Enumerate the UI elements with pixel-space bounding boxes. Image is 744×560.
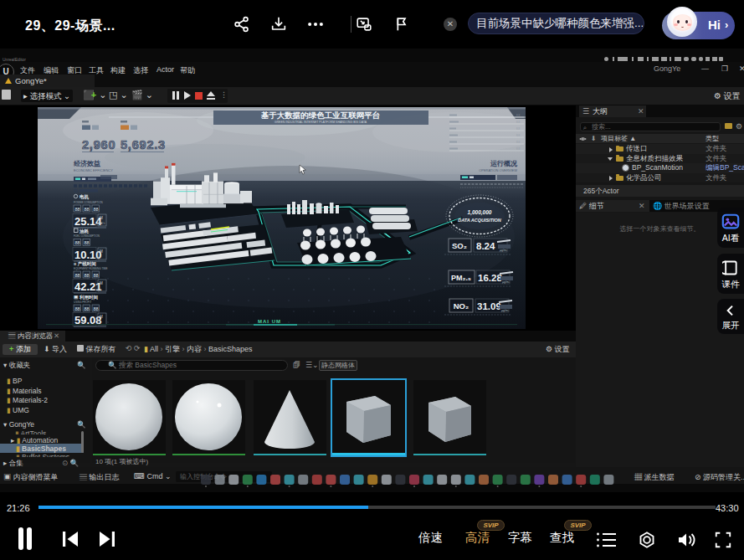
svg-text:MAI UM: MAI UM [258, 319, 281, 324]
svg-text:EQUIPMENT RUNNING TIME: EQUIPMENT RUNNING TIME [74, 267, 108, 270]
svg-text:GREEN INDUSTRIAL INTERNET PLAT: GREEN INDUSTRIAL INTERNET PLATFORM SHAND… [275, 121, 367, 124]
svg-text:ECONOMIC EFFICIENCY: ECONOMIC EFFICIENCY [74, 168, 113, 172]
svg-text:DATA ACQUISITION: DATA ACQUISITION [458, 218, 502, 223]
svg-text:经济效益: 经济效益 [73, 159, 100, 167]
svg-text:OPERATION OVERVIEW: OPERATION OVERVIEW [479, 168, 517, 172]
svg-text:5,692.3: 5,692.3 [121, 138, 166, 152]
svg-text:88: 88 [75, 207, 80, 212]
svg-text:88: 88 [75, 240, 80, 245]
svg-text:31.09: 31.09 [477, 301, 501, 311]
svg-text:10.10: 10.10 [74, 249, 102, 261]
svg-text:8.8: 8.8 [516, 147, 521, 151]
svg-text:USING PROFIT: USING PROFIT [74, 301, 92, 304]
svg-text:基于大数据的绿色工业互联网平台: 基于大数据的绿色工业互联网平台 [261, 110, 381, 120]
svg-text:16.28: 16.28 [478, 273, 502, 283]
svg-text:8.8: 8.8 [516, 127, 521, 131]
svg-text:88: 88 [94, 207, 99, 212]
svg-text:POWER CONSUMPTION: POWER CONSUMPTION [74, 201, 103, 204]
svg-text:M: M [100, 249, 103, 254]
svg-text:M: M [100, 315, 103, 319]
svg-text:88: 88 [85, 207, 90, 212]
svg-text:%: % [100, 321, 102, 324]
svg-text:NO₂: NO₂ [454, 301, 469, 311]
svg-text:8.8: 8.8 [516, 134, 521, 137]
svg-text:88: 88 [75, 273, 80, 278]
svg-text:电机: 电机 [80, 194, 90, 200]
svg-text:运行概况: 运行概况 [490, 160, 518, 167]
svg-text:SO₂: SO₂ [452, 241, 467, 250]
svg-text:8.24: 8.24 [476, 241, 495, 251]
svg-text:88: 88 [75, 306, 80, 311]
svg-text:PM₂.₅: PM₂.₅ [451, 274, 471, 282]
svg-text:42.21: 42.21 [74, 280, 102, 293]
svg-text:88: 88 [85, 240, 90, 245]
svg-text:M: M [100, 281, 103, 285]
svg-text:88: 88 [94, 273, 99, 278]
svg-text:油耗: 油耗 [79, 229, 90, 234]
svg-text:8.8: 8.8 [516, 121, 521, 124]
svg-text:µg/m³: µg/m³ [501, 309, 510, 312]
svg-text:µg/m³: µg/m³ [500, 249, 508, 252]
svg-text:FUEL CONSUMPTION: FUEL CONSUMPTION [74, 234, 100, 238]
svg-text:≡ 产线时间: ≡ 产线时间 [74, 261, 96, 267]
svg-text:kW·h: kW·h [100, 222, 105, 225]
svg-text:8.8: 8.8 [516, 141, 521, 144]
svg-text:2,960: 2,960 [82, 138, 115, 152]
svg-text:1,000,000: 1,000,000 [468, 209, 492, 216]
svg-text:88: 88 [85, 273, 90, 278]
svg-text:88: 88 [85, 306, 90, 311]
svg-text:µg/m³: µg/m³ [502, 280, 511, 284]
svg-text:▣ 利用时间: ▣ 利用时间 [74, 295, 99, 301]
svg-text:8.8: 8.8 [516, 114, 521, 117]
svg-text:M: M [100, 216, 103, 220]
svg-text:88: 88 [94, 306, 99, 311]
